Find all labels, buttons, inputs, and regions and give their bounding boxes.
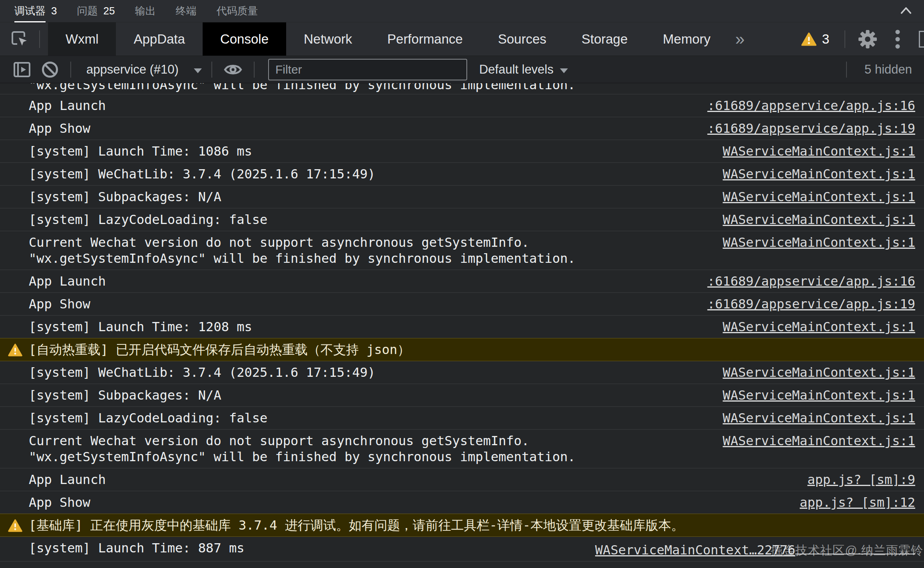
source-location-link[interactable]: WAServiceMainContext.js:1 [723,410,915,426]
message-line: "wx.getSystemInfoAsync" will be finished… [29,250,713,266]
source-link-text[interactable]: WAServiceMainContext.js:1 [723,433,915,448]
source-link-text[interactable]: WAServiceMainContext.js:1 [723,166,915,182]
message-line: "wx.getSystemInfoAsync" will be finished… [29,83,915,93]
source-link-text[interactable]: WAServiceMainContext.js:1 [723,189,915,204]
inspect-cursor-icon [9,29,30,50]
tab-performance[interactable]: Performance [370,22,480,56]
source-location-link[interactable]: WAServiceMainContext.js:1 [723,234,915,250]
more-tabs-button[interactable]: » [728,22,752,56]
source-location-link[interactable]: WAServiceMainContext.js:1 [723,166,915,182]
source-link-text[interactable]: :61689/appservice/app.js:16 [707,98,915,113]
tab-sources[interactable]: Sources [480,22,564,56]
console-log-row: "wx.getSystemInfoAsync" will be finished… [0,83,924,94]
tab-storage[interactable]: Storage [564,22,645,56]
message-line: [system] LazyCodeLoading: false [29,410,713,426]
source-link-text[interactable]: :61689/appservice/app.js:19 [707,121,915,136]
console-message: [基础库] 正在使用灰度中的基础库 3.7.4 进行调试。如有问题，请前往工具栏… [0,517,915,533]
console-message: [system] WeChatLib: 3.7.4 (2025.1.6 17:1… [0,364,713,380]
panel-tab-终端[interactable]: 终端 [175,0,196,22]
divider [39,30,40,48]
hidden-messages-count[interactable]: 5 hidden [864,62,912,77]
console-message: [system] WeChatLib: 3.7.4 (2025.1.6 17:1… [0,166,713,182]
source-location-link[interactable]: WAServiceMainContext.js:1 [723,143,915,159]
tab-network[interactable]: Network [286,22,370,56]
inspect-element-button[interactable] [9,29,30,50]
console-log-row: Current Wechat version do not support as… [0,430,924,468]
console-message: App Show [0,494,790,510]
panel-tab-调试器[interactable]: 调试器3 [14,0,57,22]
tab-console[interactable]: Console [203,22,286,56]
source-location-link[interactable]: WAServiceMainContext.js:1 [723,319,915,335]
message-line: App Show [29,296,698,312]
console-log-row: [system] WeChatLib: 3.7.4 (2025.1.6 17:1… [0,163,924,186]
source-link-text[interactable]: WAServiceMainContext…22776 [595,542,795,558]
source-link-text[interactable]: app.js? [sm]:12 [800,495,915,510]
console-log-row: [system] Subpackages: N/AWAServiceMainCo… [0,186,924,208]
message-line: [system] WeChatLib: 3.7.4 (2025.1.6 17:1… [29,166,713,182]
panel-switch-bar: 调试器3问题25输出终端代码质量 [0,0,924,22]
console-warning-counter[interactable]: 3 [801,32,829,47]
chevron-up-icon [899,5,913,17]
source-link-text[interactable]: :61689/appservice/app.js:16 [707,274,915,289]
kebab-menu-button[interactable] [887,22,908,56]
clear-console-button[interactable] [36,56,64,83]
panel-tab-输出[interactable]: 输出 [135,0,155,22]
message-line: App Launch [29,472,798,488]
source-link-text[interactable]: WAServiceMainContext.js:1 [723,144,915,159]
source-location-link[interactable]: :61689/appservice/app.js:16 [707,98,915,114]
source-link-text[interactable]: WAServiceMainContext.js:1 [723,235,915,250]
panel-tab-label: 代码质量 [216,4,258,18]
source-location-link[interactable]: :61689/appservice/app.js:16 [707,273,915,289]
source-link-text[interactable]: WAServiceMainContext.js:1 [723,365,915,380]
source-link-text[interactable]: app.js? [sm]:9 [807,472,915,487]
chevron-down-icon [194,68,202,73]
source-location-link[interactable]: :61689/appservice/app.js:19 [707,296,915,312]
tab-appdata[interactable]: AppData [116,22,202,56]
source-link-text[interactable]: WAServiceMainContext.js:1 [723,388,915,403]
show-console-sidebar-button[interactable] [8,56,36,83]
console-message: Current Wechat version do not support as… [0,433,713,465]
execution-context-selector[interactable]: appservice (#10) [86,62,179,77]
settings-button[interactable] [848,22,887,56]
panel-tab-问题[interactable]: 问题25 [77,0,115,22]
tab-memory[interactable]: Memory [645,22,728,56]
tab-wxml[interactable]: Wxml [48,22,116,56]
source-link-text[interactable]: :61689/appservice/app.js:19 [707,296,915,312]
log-levels-selector[interactable]: Default levels [479,62,554,77]
console-message: [system] Subpackages: N/A [0,387,713,403]
eye-icon [223,62,243,77]
source-location-link[interactable]: WAServiceMainContext.js:1 [723,433,915,449]
divider [254,62,255,78]
source-location-link[interactable]: WAServiceMainContext.js:1 [723,212,915,228]
source-link-text[interactable]: WAServiceMainContext.js:1 [723,319,915,334]
source-location-link[interactable]: WAServiceMainContext.js:1 [723,387,915,403]
console-message: [system] LazyCodeLoading: false [0,410,713,426]
message-line: [system] Launch Time: 1208 ms [29,319,713,335]
devtools-tabs: WxmlAppDataConsoleNetworkPerformanceSour… [48,22,728,56]
console-log-row: [system] Subpackages: N/AWAServiceMainCo… [0,384,924,407]
console-message: [system] Launch Time: 1086 ms [0,143,713,159]
message-line: App Launch [29,273,698,289]
live-expression-button[interactable] [219,56,247,83]
collapse-panel-button[interactable] [899,5,913,17]
filter-input[interactable] [268,59,467,80]
panel-tab-count: 25 [103,5,115,17]
watermark-text: 掘金技术社区@.纳兰雨霖铃 [771,542,923,559]
console-message: App Launch [0,98,698,114]
source-location-link[interactable]: app.js? [sm]:9 [807,472,915,488]
warning-triangle-icon [801,32,816,46]
message-line: [system] Subpackages: N/A [29,189,713,205]
console-message: App Show [0,120,698,136]
console-log-row: [system] Launch Time: 1208 msWAServiceMa… [0,316,924,338]
console-message: [system] LazyCodeLoading: false [0,212,713,228]
source-location-link[interactable]: :61689/appservice/app.js:19 [707,120,915,136]
devtools-tab-bar: WxmlAppDataConsoleNetworkPerformanceSour… [0,22,924,56]
message-line: [system] LazyCodeLoading: false [29,212,713,228]
source-link-text[interactable]: WAServiceMainContext.js:1 [723,212,915,227]
source-link-text[interactable]: WAServiceMainContext.js:1 [723,410,915,426]
source-location-link[interactable]: WAServiceMainContext.js:1 [723,364,915,380]
panel-tab-代码质量[interactable]: 代码质量 [216,0,258,22]
console-output: "wx.getSystemInfoAsync" will be finished… [0,83,924,568]
source-location-link[interactable]: WAServiceMainContext.js:1 [723,189,915,205]
source-location-link[interactable]: app.js? [sm]:12 [800,494,915,510]
